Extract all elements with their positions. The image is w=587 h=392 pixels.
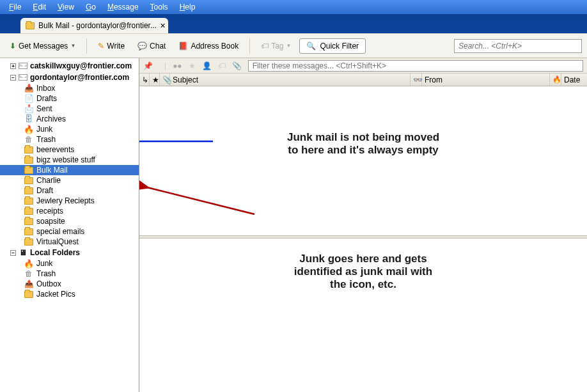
star-filter-icon[interactable]: ★	[189, 61, 196, 70]
folder-label: Trash	[36, 269, 56, 278]
col-junk[interactable]: 🔥	[550, 74, 561, 86]
folder-archives[interactable]: 🗄Archives	[0, 114, 139, 124]
col-subject[interactable]: Subject	[170, 74, 411, 86]
folder-draft[interactable]: Draft	[0, 185, 139, 196]
folder-receipts[interactable]: receipts	[0, 206, 139, 216]
folder-icon	[24, 198, 33, 205]
local-outbox[interactable]: 📤Outbox	[0, 279, 139, 289]
folder-label: Jacket Pics	[36, 290, 75, 299]
local-jacketpics[interactable]: Jacket Pics	[0, 289, 139, 299]
folder-label: Outbox	[36, 279, 61, 288]
write-label: Write	[107, 42, 125, 51]
folder-icon	[24, 228, 33, 235]
folder-label: Inbox	[36, 84, 55, 93]
contact-filter-icon[interactable]: 👤	[202, 61, 212, 70]
collapse-icon[interactable]: −	[10, 250, 16, 256]
folder-label: Drafts	[36, 94, 57, 103]
write-button[interactable]: ✎ Write	[93, 39, 129, 53]
get-messages-label: Get Messages	[19, 42, 68, 51]
message-list[interactable]: Junk mail is not being moved to here and…	[139, 86, 587, 235]
message-filter-input[interactable]	[248, 60, 583, 72]
message-preview: Junk goes here and gets identified as ju…	[139, 239, 587, 392]
folder-inbox[interactable]: 📥Inbox	[0, 83, 139, 93]
folder-beerevents[interactable]: beerevents	[0, 145, 139, 155]
folder-sent[interactable]: 📩Sent	[0, 104, 139, 114]
folder-icon	[24, 157, 33, 164]
folder-soapsite[interactable]: soapsite	[0, 216, 139, 226]
folder-trash[interactable]: 🗑Trash	[0, 134, 139, 145]
menu-file[interactable]: File	[3, 1, 27, 13]
chat-icon: 💬	[137, 42, 147, 51]
col-read[interactable]: 👓	[411, 74, 422, 86]
mail-icon	[19, 63, 27, 69]
unread-filter-icon[interactable]: ●●	[173, 61, 182, 70]
folder-icon	[24, 291, 33, 298]
folder-tree: + catskillwxguy@frontier.com − gordontay…	[0, 58, 139, 392]
menu-edit[interactable]: Edit	[27, 1, 52, 13]
col-star[interactable]: ★	[150, 74, 160, 86]
tag-button[interactable]: 🏷 Tag ▼	[256, 39, 295, 53]
account-label: catskillwxguy@frontier.com	[30, 61, 132, 70]
local-trash[interactable]: 🗑Trash	[0, 269, 139, 279]
mail-icon	[19, 74, 27, 81]
col-date[interactable]: Date	[561, 74, 587, 86]
folder-special[interactable]: special emails	[0, 226, 139, 237]
account-label: gordontaylor@frontier.com	[30, 73, 129, 82]
folder-label: Draft	[36, 186, 53, 195]
chevron-down-icon[interactable]: ▼	[286, 43, 292, 49]
folder-label: Charlie	[36, 176, 61, 185]
chat-button[interactable]: 💬 Chat	[133, 39, 170, 53]
sent-icon: 📩	[24, 104, 33, 113]
folder-label: Sent	[36, 104, 52, 113]
folder-label: beerevents	[36, 145, 74, 154]
quick-filter-button[interactable]: 🔍 Quick Filter	[299, 38, 366, 54]
menu-go[interactable]: Go	[80, 1, 102, 13]
separator	[249, 38, 250, 54]
arrow-blue	[139, 86, 587, 233]
attachment-filter-icon[interactable]: 📎	[232, 61, 242, 70]
chevron-down-icon[interactable]: ▼	[70, 43, 75, 49]
folder-icon	[24, 187, 33, 194]
search-input[interactable]	[454, 39, 582, 53]
folder-virtualquest[interactable]: VirtualQuest	[0, 237, 139, 247]
folder-label: Junk	[36, 259, 52, 268]
separator	[86, 38, 87, 54]
inbox-icon: 📥	[24, 84, 33, 93]
menu-message[interactable]: Message	[102, 1, 145, 13]
col-from[interactable]: From	[422, 74, 550, 86]
account-catskill[interactable]: + catskillwxguy@frontier.com	[0, 60, 139, 72]
folder-junk[interactable]: 🔥Junk	[0, 124, 139, 134]
folder-label: Bulk Mail	[36, 166, 68, 175]
address-book-button[interactable]: 📕 Address Book	[174, 39, 243, 53]
account-gordontaylor[interactable]: − gordontaylor@frontier.com	[0, 72, 139, 83]
folder-bulk-mail[interactable]: Bulk Mail	[0, 165, 139, 175]
folder-icon	[24, 239, 33, 246]
close-icon[interactable]: ✕	[160, 22, 166, 30]
folder-drafts[interactable]: 📄Drafts	[0, 93, 139, 104]
folder-charlie[interactable]: Charlie	[0, 175, 139, 185]
folder-icon	[24, 146, 33, 153]
local-junk[interactable]: 🔥Junk	[0, 258, 139, 269]
col-thread[interactable]: ↳	[139, 74, 150, 86]
get-messages-button[interactable]: ⬇ Get Messages ▼	[5, 39, 80, 53]
menubar: File Edit View Go Message Tools Help	[0, 0, 587, 14]
tab-bulk-mail[interactable]: Bulk Mail - gordontaylor@frontier... ✕	[20, 18, 168, 33]
local-folders[interactable]: − 🖥 Local Folders	[0, 247, 139, 258]
menu-tools[interactable]: Tools	[145, 1, 174, 13]
drafts-icon: 📄	[24, 94, 33, 103]
col-attach[interactable]: 📎	[160, 74, 170, 86]
menu-help[interactable]: Help	[174, 1, 201, 13]
tag-label: Tag	[271, 42, 283, 51]
trash-icon: 🗑	[24, 269, 33, 278]
tag-filter-icon[interactable]: 🏷	[218, 61, 226, 70]
search-icon: 🔍	[306, 42, 316, 51]
menu-view[interactable]: View	[52, 1, 80, 13]
pin-icon[interactable]: 📌	[143, 61, 153, 70]
expand-icon[interactable]: +	[10, 63, 16, 69]
folder-bigz[interactable]: bigz website stuff	[0, 155, 139, 165]
collapse-icon[interactable]: −	[10, 75, 16, 81]
archive-icon: 🗄	[24, 114, 33, 123]
folder-label: receipts	[36, 207, 63, 216]
column-headers: ↳ ★ 📎 Subject 👓 From 🔥 Date	[139, 74, 587, 86]
folder-jewlery[interactable]: Jewlery Reciepts	[0, 196, 139, 206]
